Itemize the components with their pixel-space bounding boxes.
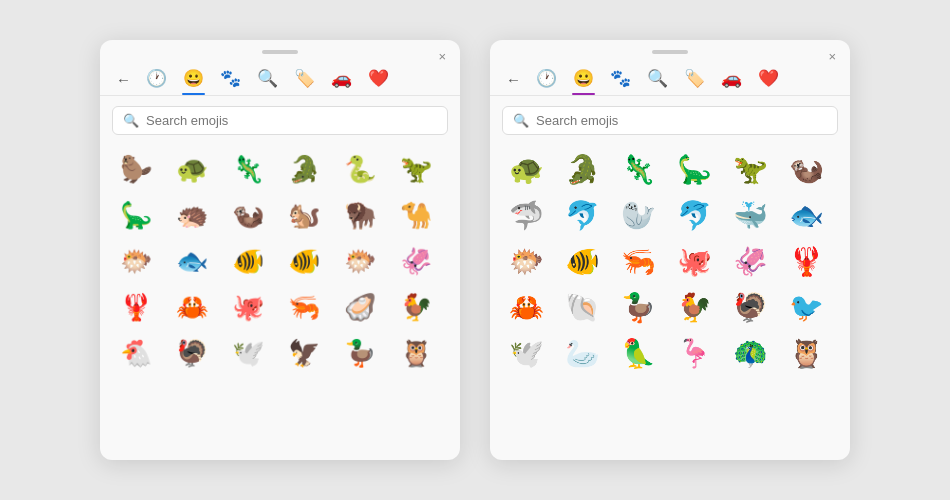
emoji-cell[interactable]: 🦦 bbox=[226, 193, 270, 237]
emoji-cell[interactable]: 🐦 bbox=[784, 285, 828, 329]
right-emoji-grid: 🐢🐊🦎🦕🦖🦦🦈🐬🦭🐬🐳🐟🐡🐠🦐🐙🦑🦞🦀🐚🦆🐓🦃🐦🕊️🦢🦜🦩🦚🦉 bbox=[504, 147, 840, 375]
nav-recents[interactable]: 🕐 bbox=[139, 64, 174, 95]
emoji-cell[interactable]: 🐊 bbox=[560, 147, 604, 191]
emoji-cell[interactable]: 🦆 bbox=[338, 331, 382, 375]
emoji-cell[interactable]: 🦈 bbox=[504, 193, 548, 237]
emoji-cell[interactable]: 🐙 bbox=[226, 285, 270, 329]
back-button-right[interactable]: ← bbox=[500, 67, 527, 92]
emoji-cell[interactable]: 🦖 bbox=[728, 147, 772, 191]
emoji-cell[interactable]: 🐿️ bbox=[282, 193, 326, 237]
nav-people-r[interactable]: 😀 bbox=[566, 64, 601, 95]
emoji-cell[interactable]: 🦖 bbox=[394, 147, 438, 191]
close-button-right[interactable]: × bbox=[828, 50, 836, 63]
drag-handle bbox=[262, 50, 298, 54]
emoji-cell[interactable]: 🐔 bbox=[114, 331, 158, 375]
emoji-cell[interactable]: 🦀 bbox=[170, 285, 214, 329]
emoji-cell[interactable]: 🐟 bbox=[784, 193, 828, 237]
emoji-cell[interactable]: 🐡 bbox=[114, 239, 158, 283]
emoji-cell[interactable]: 🦢 bbox=[560, 331, 604, 375]
emoji-cell[interactable]: 🐪 bbox=[394, 193, 438, 237]
emoji-cell[interactable]: 🐬 bbox=[672, 193, 716, 237]
emoji-cell[interactable]: 🐢 bbox=[170, 147, 214, 191]
emoji-cell[interactable]: 🐠 bbox=[560, 239, 604, 283]
emoji-cell[interactable]: 🦃 bbox=[170, 331, 214, 375]
emoji-cell[interactable]: 🦩 bbox=[672, 331, 716, 375]
emoji-cell[interactable]: 🦉 bbox=[784, 331, 828, 375]
emoji-cell[interactable]: 🦅 bbox=[282, 331, 326, 375]
emoji-cell[interactable]: 🦆 bbox=[616, 285, 660, 329]
nav-animals[interactable]: 🐾 bbox=[213, 64, 248, 95]
emoji-cell[interactable]: 🦭 bbox=[616, 193, 660, 237]
nav-favorites[interactable]: ❤️ bbox=[361, 64, 396, 95]
emoji-cell[interactable]: 🦐 bbox=[616, 239, 660, 283]
emoji-cell[interactable]: 🕊️ bbox=[226, 331, 270, 375]
emoji-cell[interactable]: 🦬 bbox=[338, 193, 382, 237]
emoji-cell[interactable]: 🐚 bbox=[560, 285, 604, 329]
emoji-cell[interactable]: 🦃 bbox=[728, 285, 772, 329]
emoji-cell[interactable]: 🦕 bbox=[672, 147, 716, 191]
emoji-cell[interactable]: 🦫 bbox=[114, 147, 158, 191]
emoji-cell[interactable]: 🐟 bbox=[170, 239, 214, 283]
emoji-cell[interactable]: 🦑 bbox=[394, 239, 438, 283]
right-nav: ← 🕐 😀 🐾 🔍 🏷️ 🚗 ❤️ bbox=[490, 60, 850, 96]
nav-activities-r[interactable]: 🏷️ bbox=[677, 64, 712, 95]
right-emoji-grid-wrapper: 🐢🐊🦎🦕🦖🦦🦈🐬🦭🐬🐳🐟🐡🐠🦐🐙🦑🦞🦀🐚🦆🐓🦃🐦🕊️🦢🦜🦩🦚🦉 bbox=[490, 141, 850, 460]
nav-activities[interactable]: 🏷️ bbox=[287, 64, 322, 95]
emoji-cell[interactable]: 🦜 bbox=[616, 331, 660, 375]
close-button[interactable]: × bbox=[438, 50, 446, 63]
search-icon-right: 🔍 bbox=[513, 113, 529, 128]
emoji-cell[interactable]: 🦞 bbox=[784, 239, 828, 283]
nav-travel[interactable]: 🚗 bbox=[324, 64, 359, 95]
right-emoji-panel: × ← 🕐 😀 🐾 🔍 🏷️ 🚗 ❤️ 🔍 🐢🐊🦎🦕🦖🦦🦈🐬🦭🐬🐳🐟🐡🐠🦐🐙🦑🦞… bbox=[490, 40, 850, 460]
emoji-cell[interactable]: 🐢 bbox=[504, 147, 548, 191]
emoji-cell[interactable]: 🐠 bbox=[226, 239, 270, 283]
emoji-cell[interactable]: 🦪 bbox=[338, 285, 382, 329]
emoji-cell[interactable]: 🐍 bbox=[338, 147, 382, 191]
emoji-cell[interactable]: 🦕 bbox=[114, 193, 158, 237]
left-search-bar: 🔍 bbox=[112, 106, 448, 135]
emoji-cell[interactable]: 🦚 bbox=[728, 331, 772, 375]
emoji-cell[interactable]: 🐊 bbox=[282, 147, 326, 191]
emoji-cell[interactable]: 🐓 bbox=[672, 285, 716, 329]
emoji-cell[interactable]: 🦑 bbox=[728, 239, 772, 283]
left-emoji-grid: 🦫🐢🦎🐊🐍🦖🦕🦔🦦🐿️🦬🐪🐡🐟🐠🐠🐡🦑🦞🦀🐙🦐🦪🐓🐔🦃🕊️🦅🦆🦉 bbox=[114, 147, 450, 375]
right-search-bar: 🔍 bbox=[502, 106, 838, 135]
right-titlebar: × bbox=[490, 40, 850, 60]
emoji-cell[interactable]: 🦎 bbox=[616, 147, 660, 191]
emoji-cell[interactable]: 🦉 bbox=[394, 331, 438, 375]
nav-people[interactable]: 😀 bbox=[176, 64, 211, 95]
nav-travel-r[interactable]: 🚗 bbox=[714, 64, 749, 95]
emoji-cell[interactable]: 🦞 bbox=[114, 285, 158, 329]
left-emoji-panel: × ← 🕐 😀 🐾 🔍 🏷️ 🚗 ❤️ 🔍 🦫🐢🦎🐊🐍🦖🦕🦔🦦🐿️🦬🐪🐡🐟🐠🐠🐡… bbox=[100, 40, 460, 460]
emoji-cell[interactable]: 🦦 bbox=[784, 147, 828, 191]
nav-search[interactable]: 🔍 bbox=[250, 64, 285, 95]
nav-favorites-r[interactable]: ❤️ bbox=[751, 64, 786, 95]
emoji-cell[interactable]: 🦐 bbox=[282, 285, 326, 329]
emoji-cell[interactable]: 🐓 bbox=[394, 285, 438, 329]
emoji-cell[interactable]: 🐡 bbox=[338, 239, 382, 283]
emoji-cell[interactable]: 🦀 bbox=[504, 285, 548, 329]
emoji-cell[interactable]: 🐠 bbox=[282, 239, 326, 283]
left-search-input[interactable] bbox=[146, 113, 437, 128]
emoji-cell[interactable]: 🐳 bbox=[728, 193, 772, 237]
emoji-cell[interactable]: 🦔 bbox=[170, 193, 214, 237]
emoji-cell[interactable]: 🦎 bbox=[226, 147, 270, 191]
nav-animals-r[interactable]: 🐾 bbox=[603, 64, 638, 95]
nav-search-r[interactable]: 🔍 bbox=[640, 64, 675, 95]
back-button[interactable]: ← bbox=[110, 67, 137, 92]
drag-handle-right bbox=[652, 50, 688, 54]
right-search-input[interactable] bbox=[536, 113, 827, 128]
left-emoji-grid-wrapper: 🦫🐢🦎🐊🐍🦖🦕🦔🦦🐿️🦬🐪🐡🐟🐠🐠🐡🦑🦞🦀🐙🦐🦪🐓🐔🦃🕊️🦅🦆🦉 bbox=[100, 141, 460, 460]
nav-recents-r[interactable]: 🕐 bbox=[529, 64, 564, 95]
emoji-cell[interactable]: 🐙 bbox=[672, 239, 716, 283]
emoji-cell[interactable]: 🐬 bbox=[560, 193, 604, 237]
search-icon: 🔍 bbox=[123, 113, 139, 128]
left-nav: ← 🕐 😀 🐾 🔍 🏷️ 🚗 ❤️ bbox=[100, 60, 460, 96]
emoji-cell[interactable]: 🕊️ bbox=[504, 331, 548, 375]
left-titlebar: × bbox=[100, 40, 460, 60]
emoji-cell[interactable]: 🐡 bbox=[504, 239, 548, 283]
